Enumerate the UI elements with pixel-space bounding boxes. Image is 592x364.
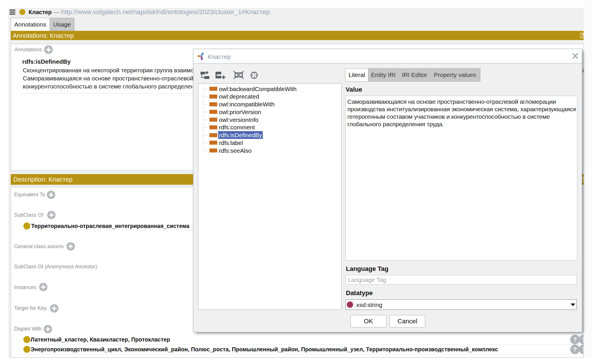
- svg-text:?: ?: [573, 346, 577, 352]
- svg-text:?: ?: [573, 336, 577, 343]
